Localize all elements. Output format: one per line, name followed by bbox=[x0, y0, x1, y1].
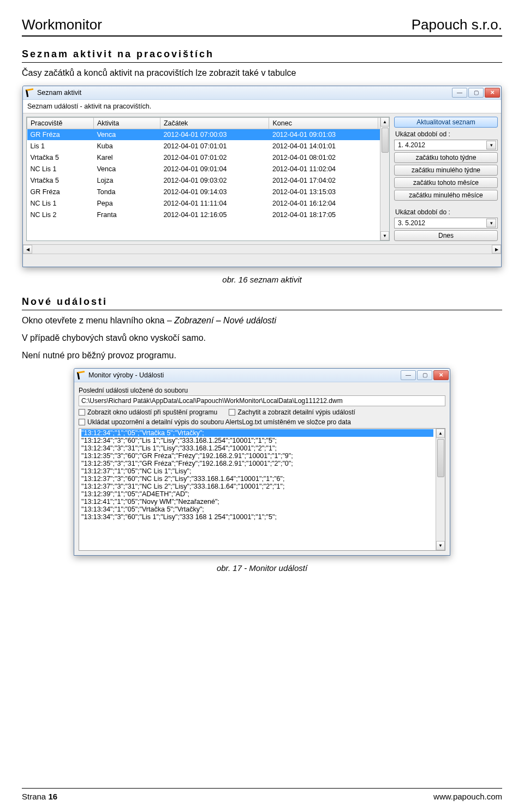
table-row[interactable]: Lis 1Kuba2012-04-01 07:01:012012-04-01 1… bbox=[27, 141, 389, 152]
section2-intro3: Není nutné pro běžný provoz programu. bbox=[22, 351, 502, 360]
app-icon bbox=[77, 371, 86, 380]
log-line[interactable]: "13:12:34";"1";"05";"Vrtačka 5";"Vrtačky… bbox=[81, 429, 433, 437]
table-cell: GR Fréza bbox=[27, 187, 94, 198]
table-cell: Pepa bbox=[93, 198, 160, 209]
chk3-label: Ukládat upozornění a detailní výpis do s… bbox=[87, 418, 351, 426]
chk-show-on-start[interactable]: Zobrazit okno událostí při spuštění prog… bbox=[79, 408, 217, 416]
log-line[interactable]: "13:12:35";"3";"31";"GR Fréza";"Frézy";"… bbox=[81, 460, 433, 467]
from-date-field[interactable]: 1. 4.2012 ▾ bbox=[394, 140, 498, 151]
chk-capture-detail[interactable]: Zachytit a zobrazit detailní výpis událo… bbox=[229, 408, 355, 416]
table-cell: 2012-04-01 09:01:04 bbox=[160, 164, 269, 175]
checkbox-icon[interactable] bbox=[79, 419, 85, 425]
table-cell: 2012-04-01 09:01:03 bbox=[269, 129, 378, 141]
table-cell: 2012-04-01 14:01:01 bbox=[269, 141, 378, 152]
table-cell: 2012-04-01 11:02:04 bbox=[269, 164, 378, 175]
table-vscrollbar[interactable]: ▲ ▼ bbox=[380, 117, 389, 240]
scroll-right-icon[interactable]: ▶ bbox=[492, 245, 501, 254]
calendar-icon[interactable]: ▾ bbox=[486, 141, 496, 149]
btn-today[interactable]: Dnes bbox=[394, 230, 498, 241]
log-vscrollbar[interactable]: ▲ ▼ bbox=[436, 429, 445, 550]
table-row[interactable]: NC Lis 1Venca2012-04-01 09:01:042012-04-… bbox=[27, 164, 389, 175]
scroll-down-icon[interactable]: ▼ bbox=[380, 231, 389, 240]
chk-save-alerts[interactable]: Ukládat upozornění a detailní výpis do s… bbox=[79, 418, 351, 426]
log-line[interactable]: "13:13:34";"1";"05";"Vrtačka 5";"Vrtačky… bbox=[81, 506, 433, 513]
minimize-button[interactable]: — bbox=[452, 88, 467, 98]
section2-title: Nové události bbox=[22, 296, 502, 310]
win2-title: Monitor výroby - Události bbox=[88, 371, 400, 379]
activities-table[interactable]: Pracoviště Aktivita Začátek Konec GR Fré… bbox=[27, 117, 389, 221]
table-cell: Lojza bbox=[93, 175, 160, 187]
table-row[interactable]: NC Lis 2Franta2012-04-01 12:16:052012-04… bbox=[27, 209, 389, 221]
minimize-button[interactable]: — bbox=[401, 370, 416, 380]
section2-intro1: Okno otevřete z menu hlavního okna – Zob… bbox=[22, 316, 502, 326]
to-label: Ukázat období do : bbox=[394, 207, 498, 216]
th-workplace[interactable]: Pracoviště bbox=[27, 118, 94, 129]
table-cell: 2012-04-01 17:04:02 bbox=[269, 175, 378, 187]
close-button[interactable]: ✕ bbox=[433, 370, 449, 380]
table-cell: 2012-04-01 11:11:04 bbox=[160, 198, 269, 209]
scroll-thumb[interactable] bbox=[382, 128, 389, 153]
btn-last-month[interactable]: začátku minulého měsíce bbox=[394, 190, 498, 201]
scroll-down-icon[interactable]: ▼ bbox=[436, 541, 445, 550]
events-log[interactable]: "13:12:34";"1";"05";"Vrtačka 5";"Vrtačky… bbox=[79, 428, 445, 551]
btn-last-week[interactable]: začátku minulého týdne bbox=[394, 165, 498, 176]
close-button[interactable]: ✕ bbox=[485, 88, 500, 98]
log-path-field[interactable]: C:\Users\Richard Paták\AppData\Local\Pap… bbox=[79, 395, 445, 406]
scroll-up-icon[interactable]: ▲ bbox=[380, 117, 389, 127]
table-row[interactable]: GR FrézaVenca2012-04-01 07:00:032012-04-… bbox=[27, 129, 389, 141]
table-cell: Vrtačka 5 bbox=[27, 175, 94, 187]
table-cell: 2012-04-01 08:01:02 bbox=[269, 152, 378, 164]
table-cell: NC Lis 1 bbox=[27, 164, 94, 175]
to-date-value: 3. 5.2012 bbox=[398, 219, 425, 227]
table-hscrollbar[interactable]: ◀ ▶ bbox=[23, 244, 501, 254]
checkbox-icon[interactable] bbox=[229, 409, 235, 416]
table-row[interactable]: GR FrézaTonda2012-04-01 09:14:032012-04-… bbox=[27, 187, 389, 198]
table-cell: 2012-04-01 09:03:02 bbox=[160, 175, 269, 187]
log-line[interactable]: "13:12:37";"1";"05";"NC Lis 1";"Lisy"; bbox=[81, 467, 433, 475]
table-row[interactable]: NC Lis 1Pepa2012-04-01 11:11:042012-04-0… bbox=[27, 198, 389, 209]
th-activity[interactable]: Aktivita bbox=[93, 118, 160, 129]
win1-titlebar: Seznam aktivit — ▢ ✕ bbox=[23, 86, 501, 100]
table-cell: 2012-04-01 16:12:04 bbox=[269, 198, 378, 209]
maximize-button[interactable]: ▢ bbox=[417, 370, 432, 380]
scroll-left-icon[interactable]: ◀ bbox=[23, 245, 32, 254]
table-cell: Vrtačka 5 bbox=[27, 152, 94, 164]
from-date-value: 1. 4.2012 bbox=[398, 141, 425, 149]
log-line[interactable]: "13:12:34";"3";"60";"Lis 1";"Lisy";"333.… bbox=[81, 437, 433, 444]
events-window: Monitor výroby - Události — ▢ ✕ Poslední… bbox=[74, 368, 450, 556]
table-cell: Venca bbox=[93, 164, 160, 175]
btn-this-week[interactable]: začátku tohoto týdne bbox=[394, 152, 498, 163]
chk1-label: Zobrazit okno událostí při spuštění prog… bbox=[87, 408, 217, 416]
checkbox-row-2: Ukládat upozornění a detailní výpis do s… bbox=[79, 418, 445, 427]
table-cell: 2012-04-01 07:01:01 bbox=[160, 141, 269, 152]
log-line[interactable]: "13:12:41";"1";"05";"Novy WM";"Nezařazen… bbox=[81, 498, 433, 506]
side-panel: Aktualitovat seznam Ukázat období od : 1… bbox=[394, 117, 498, 241]
btn-this-month[interactable]: začátku tohoto měsíce bbox=[394, 177, 498, 188]
scroll-up-icon[interactable]: ▲ bbox=[436, 429, 445, 438]
log-line[interactable]: "13:12:34";"3";"31";"Lis 1";"Lisy";"333.… bbox=[81, 444, 433, 452]
log-line[interactable]: "13:12:37";"3";"60";"NC Lis 2";"Lisy";"3… bbox=[81, 475, 433, 483]
maximize-button[interactable]: ▢ bbox=[468, 88, 484, 98]
win2-titlebar: Monitor výroby - Události — ▢ ✕ bbox=[74, 369, 450, 382]
to-date-field[interactable]: 3. 5.2012 ▾ bbox=[394, 218, 498, 228]
table-row[interactable]: Vrtačka 5Lojza2012-04-01 09:03:022012-04… bbox=[27, 175, 389, 187]
table-cell: GR Fréza bbox=[27, 129, 94, 141]
table-cell: 2012-04-01 13:15:03 bbox=[269, 187, 378, 198]
refresh-button[interactable]: Aktualitovat seznam bbox=[394, 117, 498, 128]
section1-title: Seznam aktivit na pracovištích bbox=[22, 49, 502, 63]
scroll-thumb[interactable] bbox=[437, 439, 444, 477]
footer-page-num: 16 bbox=[48, 792, 57, 801]
log-line[interactable]: "13:13:34";"3";"60";"Lis 1";"Lisy";"333 … bbox=[81, 513, 433, 521]
checkbox-icon[interactable] bbox=[79, 409, 85, 416]
table-cell: NC Lis 1 bbox=[27, 198, 94, 209]
win1-title: Seznam aktivit bbox=[37, 89, 451, 97]
calendar-icon[interactable]: ▾ bbox=[486, 219, 496, 227]
log-line[interactable]: "13:12:35";"3";"60";"GR Fréza";"Frézy";"… bbox=[81, 452, 433, 460]
th-end[interactable]: Konec bbox=[269, 118, 378, 129]
last-events-label: Poslední události uložené do souboru bbox=[79, 387, 445, 394]
table-row[interactable]: Vrtačka 5Karel2012-04-01 07:01:022012-04… bbox=[27, 152, 389, 164]
log-line[interactable]: "13:12:37";"3";"31";"NC Lis 2";"Lisy";"3… bbox=[81, 483, 433, 490]
th-start[interactable]: Začátek bbox=[160, 118, 269, 129]
log-line[interactable]: "13:12:39";"1";"05";"AD4ETH";"AD"; bbox=[81, 490, 433, 498]
fig17-caption: obr. 17 - Monitor událostí bbox=[22, 563, 502, 573]
